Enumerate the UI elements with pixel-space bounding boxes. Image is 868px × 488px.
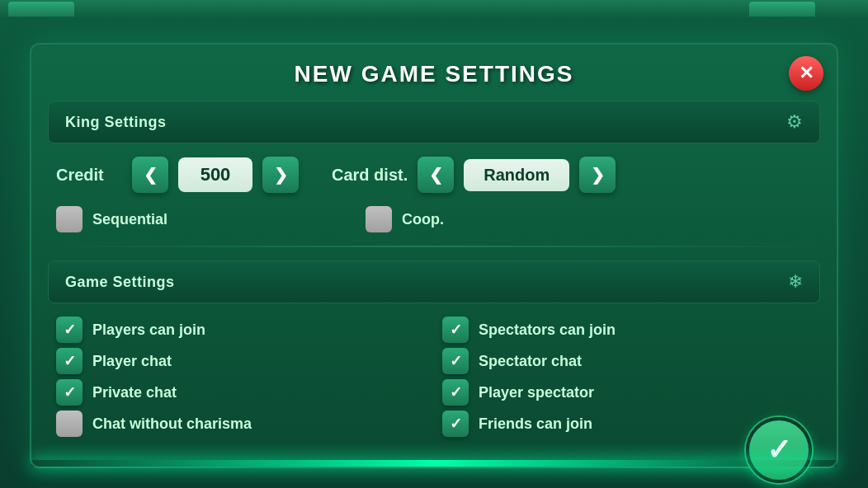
sequential-label: Sequential bbox=[92, 211, 167, 228]
credit-value: 500 bbox=[178, 157, 252, 192]
private-chat-label: Private chat bbox=[92, 384, 177, 401]
game-settings-header: Game Settings ❄ bbox=[48, 260, 820, 303]
close-button[interactable]: ✕ bbox=[789, 56, 823, 91]
spectators-can-join-label: Spectators can join bbox=[479, 321, 616, 339]
king-settings-content: Credit ❮ 500 ❯ Card dist. ❮ Random ❯ bbox=[31, 157, 837, 206]
player-spectator-label: Player spectator bbox=[479, 384, 594, 401]
player-chat-row: ✓ Player chat bbox=[56, 348, 426, 374]
player-spectator-row: ✓ Player spectator bbox=[442, 379, 812, 406]
coop-row: Coop. bbox=[366, 206, 444, 232]
spectators-can-join-row: ✓ Spectators can join bbox=[442, 317, 812, 343]
modal-overlay: NEW GAME SETTINGS ✕ King Settings ⚙ Cred… bbox=[0, 0, 868, 488]
sequential-checkbox[interactable] bbox=[56, 206, 83, 232]
spectator-chat-label: Spectator chat bbox=[479, 353, 582, 370]
credit-left-arrow[interactable]: ❮ bbox=[132, 157, 168, 193]
gear-icon: ⚙ bbox=[786, 111, 803, 133]
players-can-join-row: ✓ Players can join bbox=[56, 317, 426, 343]
private-chat-checkbox[interactable]: ✓ bbox=[56, 379, 83, 406]
credit-row: Credit ❮ 500 ❯ bbox=[56, 157, 299, 193]
friends-can-join-checkbox[interactable]: ✓ bbox=[442, 411, 469, 437]
player-chat-checkbox[interactable]: ✓ bbox=[56, 348, 83, 374]
king-settings-title: King Settings bbox=[65, 114, 167, 131]
sequential-row: Sequential bbox=[56, 206, 167, 232]
players-can-join-checkbox[interactable]: ✓ bbox=[56, 317, 83, 343]
top-bar bbox=[0, 0, 868, 18]
spectators-can-join-checkbox[interactable]: ✓ bbox=[442, 317, 469, 343]
friends-can-join-label: Friends can join bbox=[479, 415, 592, 433]
player-chat-label: Player chat bbox=[92, 353, 172, 370]
spectator-chat-row: ✓ Spectator chat bbox=[442, 348, 812, 374]
modal-container: NEW GAME SETTINGS ✕ King Settings ⚙ Cred… bbox=[30, 43, 838, 468]
confirm-button[interactable]: ✓ bbox=[746, 417, 812, 483]
modal-title: NEW GAME SETTINGS bbox=[31, 45, 837, 101]
top-bar-tab-right bbox=[749, 2, 815, 16]
game-settings-grid: ✓ Players can join ✓ Spectators can join… bbox=[31, 317, 837, 437]
king-settings-header: King Settings ⚙ bbox=[48, 101, 820, 143]
chat-without-charisma-checkbox[interactable] bbox=[56, 411, 83, 437]
card-dist-row: Card dist. ❮ Random ❯ bbox=[332, 157, 616, 193]
chat-without-charisma-row: Chat without charisma bbox=[56, 411, 426, 437]
snowflake-icon: ❄ bbox=[788, 271, 803, 293]
divider bbox=[48, 246, 820, 247]
card-dist-value: Random bbox=[464, 159, 569, 191]
card-dist-right-arrow[interactable]: ❯ bbox=[579, 157, 616, 193]
players-can-join-label: Players can join bbox=[92, 321, 205, 339]
private-chat-row: ✓ Private chat bbox=[56, 379, 426, 406]
card-dist-label: Card dist. bbox=[332, 166, 408, 185]
spectator-chat-checkbox[interactable]: ✓ bbox=[442, 348, 469, 374]
top-bar-tab-left bbox=[8, 2, 74, 16]
card-dist-left-arrow[interactable]: ❮ bbox=[417, 157, 454, 193]
player-spectator-checkbox[interactable]: ✓ bbox=[442, 379, 469, 406]
credit-right-arrow[interactable]: ❯ bbox=[262, 157, 299, 193]
chat-without-charisma-label: Chat without charisma bbox=[92, 415, 252, 433]
coop-label: Coop. bbox=[402, 211, 444, 228]
bottom-glow bbox=[31, 460, 837, 467]
credit-label: Credit bbox=[56, 166, 122, 185]
game-settings-title: Game Settings bbox=[65, 274, 175, 291]
coop-checkbox[interactable] bbox=[366, 206, 392, 232]
